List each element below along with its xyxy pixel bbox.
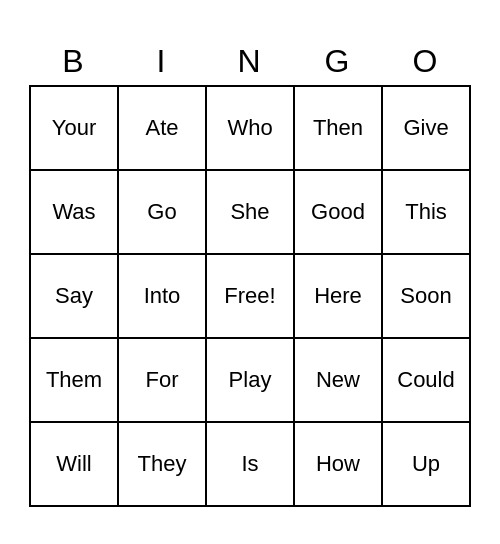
grid-row-4: WillTheyIsHowUp (31, 423, 471, 507)
grid-cell-1-3: Good (295, 171, 383, 255)
grid-cell-4-2: Is (207, 423, 295, 507)
grid-cell-3-0: Them (31, 339, 119, 423)
grid-cell-2-2: Free! (207, 255, 295, 339)
grid-cell-3-3: New (295, 339, 383, 423)
grid-cell-1-0: Was (31, 171, 119, 255)
grid-cell-3-1: For (119, 339, 207, 423)
grid-cell-2-1: Into (119, 255, 207, 339)
grid-cell-0-1: Ate (119, 87, 207, 171)
grid-row-3: ThemForPlayNewCould (31, 339, 471, 423)
grid-cell-4-1: They (119, 423, 207, 507)
grid-cell-0-4: Give (383, 87, 471, 171)
grid-cell-3-2: Play (207, 339, 295, 423)
grid-cell-0-2: Who (207, 87, 295, 171)
grid-cell-4-3: How (295, 423, 383, 507)
header-letter-o: O (381, 37, 469, 85)
grid-cell-0-3: Then (295, 87, 383, 171)
header-letter-n: N (205, 37, 293, 85)
header-letter-b: B (29, 37, 117, 85)
grid-cell-4-4: Up (383, 423, 471, 507)
grid-cell-2-0: Say (31, 255, 119, 339)
bingo-card: BINGO YourAteWhoThenGiveWasGoSheGoodThis… (29, 37, 471, 507)
grid-cell-1-4: This (383, 171, 471, 255)
grid-cell-1-1: Go (119, 171, 207, 255)
grid-cell-0-0: Your (31, 87, 119, 171)
grid-cell-3-4: Could (383, 339, 471, 423)
grid-cell-4-0: Will (31, 423, 119, 507)
grid-cell-2-3: Here (295, 255, 383, 339)
bingo-grid: YourAteWhoThenGiveWasGoSheGoodThisSayInt… (29, 85, 471, 507)
grid-row-1: WasGoSheGoodThis (31, 171, 471, 255)
grid-row-0: YourAteWhoThenGive (31, 87, 471, 171)
header-letter-g: G (293, 37, 381, 85)
grid-row-2: SayIntoFree!HereSoon (31, 255, 471, 339)
grid-cell-1-2: She (207, 171, 295, 255)
grid-cell-2-4: Soon (383, 255, 471, 339)
header-letter-i: I (117, 37, 205, 85)
bingo-header: BINGO (29, 37, 471, 85)
